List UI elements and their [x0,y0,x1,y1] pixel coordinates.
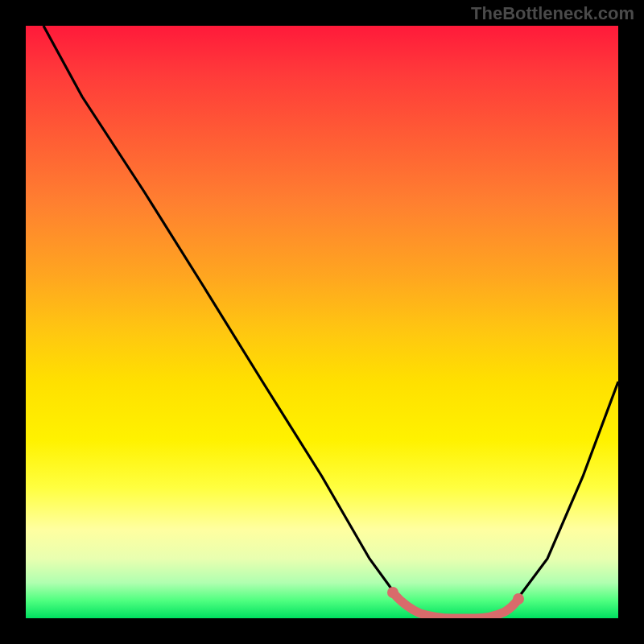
optimal-zone-highlight [393,592,518,618]
curve-overlay [26,26,618,618]
chart-container: TheBottleneck.com [0,0,644,644]
optimal-zone-start-dot [387,587,398,598]
bottleneck-curve-path [43,26,618,618]
optimal-zone-end-dot [513,593,524,605]
watermark-text: TheBottleneck.com [471,3,634,24]
